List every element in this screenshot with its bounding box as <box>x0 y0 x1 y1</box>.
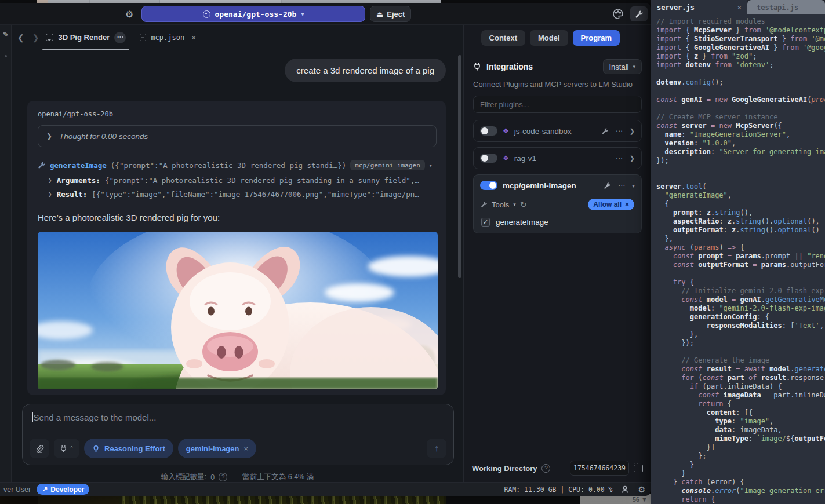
background-photo-strip <box>0 496 38 504</box>
settings-gear-icon[interactable]: ⚙ <box>638 485 645 494</box>
model-icon <box>203 10 210 18</box>
titlebar: ⚙ openai/gpt-oss-20b ▾ ⏏ Eject <box>0 3 651 25</box>
background-grass-strip <box>119 496 446 504</box>
chevron-down-icon: ▾ <box>633 64 635 70</box>
help-icon[interactable]: ? <box>541 464 550 473</box>
assistant-message: openai/gpt-oss-20b ❯ Thought for 0.00 se… <box>27 101 446 395</box>
filter-plugins-input[interactable]: Filter plugins... <box>473 96 642 113</box>
thought-toggle[interactable]: ❯ Thought for 0.00 seconds <box>38 125 437 147</box>
chevron-right-icon[interactable]: ❯ <box>630 155 635 162</box>
tab-more-icon[interactable]: ⋯ <box>114 32 126 43</box>
plugin-card-gemini-imagen: mcp/gemini-imagen ⋯ ▾ To <box>473 174 642 233</box>
plugin-card-rag-v1: ❖ rag-v1 ⋯ ❯ <box>473 147 642 169</box>
tab-file-mcp-json[interactable]: mcp.json × <box>133 25 203 50</box>
toggle-gemini-imagen[interactable] <box>480 181 497 190</box>
user-level-label[interactable]: ver User <box>3 485 31 494</box>
nav-back-icon[interactable]: ❮ <box>17 33 24 42</box>
tab-program[interactable]: Program <box>573 30 620 46</box>
plugin-more-icon[interactable]: ⋯ <box>618 181 625 189</box>
token-usage-bar: 輸入標記數量: 0 ? 當前上下文為 6.4% 滿 <box>12 472 463 482</box>
model-selector-label: openai/gpt-oss-20b <box>215 10 297 19</box>
text-caret <box>32 412 33 422</box>
tab-context[interactable]: Context <box>481 30 525 46</box>
wrench-icon <box>481 201 488 208</box>
user-message: create a 3d rendered image of a pig <box>285 59 446 82</box>
help-icon[interactable]: ? <box>219 473 227 481</box>
nav-forward-icon[interactable]: ❯ <box>32 33 39 42</box>
chevron-down-icon[interactable]: ▾ <box>429 162 433 169</box>
tools-label[interactable]: Tools <box>492 200 509 209</box>
theme-palette-icon[interactable] <box>612 8 624 20</box>
toggle-js-code-sandbox[interactable] <box>480 126 497 136</box>
bulb-icon <box>92 445 100 452</box>
editor-code[interactable]: // Import required modulesimport { McpSe… <box>651 14 825 504</box>
background-photo-strip <box>446 496 586 504</box>
thought-label: Thought for 0.00 seconds <box>59 132 148 141</box>
code-editor-window: server.js × testapi.js // Import require… <box>651 0 825 504</box>
send-button[interactable]: ↑ <box>427 439 446 458</box>
message-list: create a 3d rendered image of a pig open… <box>12 50 463 400</box>
attach-paperclip-button[interactable] <box>30 439 49 458</box>
generated-pig-image[interactable] <box>38 232 438 389</box>
chevron-down-icon: ▾ <box>301 11 304 17</box>
editor-tabbar: server.js × testapi.js <box>651 0 825 14</box>
tool-plugin-badge[interactable]: mcp/gemini-imagen <box>350 160 425 170</box>
tool-call-row: generateImage ({"prompt":"A photorealist… <box>38 160 437 170</box>
chevron-down-icon[interactable]: ▾ <box>513 202 516 207</box>
folder-icon[interactable] <box>634 465 643 472</box>
eject-button[interactable]: ⏏ Eject <box>370 6 411 22</box>
plugins-menu-button[interactable]: ⌃ <box>54 439 79 458</box>
ram-cpu-metrics: RAM: 11.30 GB | CPU: 0.00 % <box>504 485 613 494</box>
tab-close-icon[interactable]: × <box>191 33 196 42</box>
composer-placeholder: Send a message to the model... <box>34 412 157 422</box>
chevron-right-icon[interactable]: ❯ <box>630 127 635 135</box>
reasoning-effort-chip[interactable]: Reasoning Effort <box>84 439 173 458</box>
background-photo-strip <box>38 496 119 504</box>
composer[interactable]: Send a message to the model... <box>22 404 454 465</box>
editor-tab-testapi-js[interactable]: testapi.js <box>747 0 825 14</box>
allow-all-badge[interactable]: Allow all × <box>588 199 634 210</box>
tab-chat-3d-pig-render[interactable]: 3D Pig Render ⋯ <box>39 25 133 50</box>
chevron-down-icon[interactable]: ▾ <box>632 182 635 189</box>
tool-io: ❯ Arguments: {"prompt":"A photorealistic… <box>41 176 437 199</box>
generate-image-checkbox[interactable]: ✓ <box>481 218 490 227</box>
working-directory-input[interactable]: 1754674664239 <box>570 461 629 476</box>
lm-studio-window: ⚙ openai/gpt-oss-20b ▾ ⏏ Eject <box>0 3 651 496</box>
tab-close-icon[interactable]: × <box>737 3 742 12</box>
editor-tab-server-js[interactable]: server.js × <box>651 0 747 14</box>
settings-gear-icon[interactable]: ⚙ <box>123 8 136 21</box>
toggle-rag-v1[interactable] <box>480 154 497 163</box>
developer-tools-wrench-button[interactable] <box>630 6 648 21</box>
tool-call-name[interactable]: generateImage <box>50 161 107 170</box>
gemini-imagen-chip[interactable]: gemini-imagen × <box>178 439 256 458</box>
wrench-icon[interactable] <box>604 182 611 189</box>
chat-column: ❮ ❯ 3D Pig Render ⋯ mcp.json × <box>12 25 464 482</box>
plugin-more-icon[interactable]: ⋯ <box>616 154 623 162</box>
allow-all-remove-icon[interactable]: × <box>625 200 629 209</box>
arguments-row[interactable]: ❯ Arguments: {"prompt":"A photorealistic… <box>48 176 437 185</box>
model-selector[interactable]: openai/gpt-oss-20b ▾ <box>141 6 365 22</box>
desktop: 56 ▼ ⚙ openai/gpt-oss-20b ▾ ⏏ Eject <box>0 0 825 504</box>
plugin-more-icon[interactable]: ⋯ <box>616 127 623 135</box>
plug-icon <box>473 63 481 71</box>
chat-scrollbar[interactable] <box>458 55 461 278</box>
chevron-right-icon: ❯ <box>46 132 52 140</box>
result-row[interactable]: ❯ Result: [{"type":"image","fileName":"i… <box>48 190 437 199</box>
plugin-card-js-code-sandbox: ❖ js-code-sandbox ⋯ ❯ <box>473 120 642 142</box>
tools-row: Tools ▾ ↻ Allow all × <box>474 196 641 213</box>
user-icon[interactable] <box>620 485 630 494</box>
install-dropdown[interactable]: Install ▾ <box>603 59 642 74</box>
tool-checkbox-row: ✓ generateImage <box>474 213 641 233</box>
panel-tabs: Context Model Program <box>464 25 651 51</box>
plugin-icon: ❖ <box>503 127 509 135</box>
tab-model[interactable]: Model <box>530 30 568 46</box>
file-icon <box>140 34 146 41</box>
refresh-icon[interactable]: ↻ <box>520 200 527 209</box>
arrow-up-right-icon: ↗ <box>42 485 48 494</box>
wrench-icon[interactable] <box>601 127 609 135</box>
chip-remove-icon[interactable]: × <box>243 444 248 453</box>
working-directory-row: Working Directory ? 1754674664239 <box>464 454 651 482</box>
developer-mode-badge[interactable]: ↗ Developer <box>37 484 89 495</box>
eject-icon: ⏏ <box>376 10 383 19</box>
new-chat-pencil-icon[interactable]: ✎ <box>1 30 11 40</box>
